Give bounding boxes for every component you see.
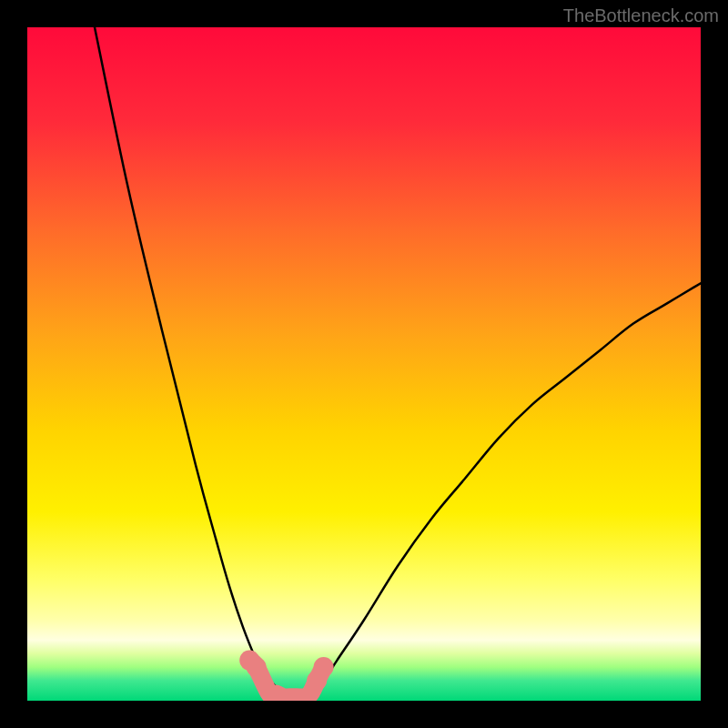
curve-right bbox=[310, 283, 701, 693]
plot-area bbox=[27, 27, 701, 701]
chart-container: TheBottleneck.com bbox=[0, 0, 728, 728]
curve-left bbox=[95, 27, 283, 694]
bottom-marker-bead bbox=[314, 657, 334, 677]
watermark-text: TheBottleneck.com bbox=[563, 5, 719, 26]
bottom-marker-bead bbox=[247, 657, 267, 677]
curve-layer bbox=[27, 27, 701, 701]
